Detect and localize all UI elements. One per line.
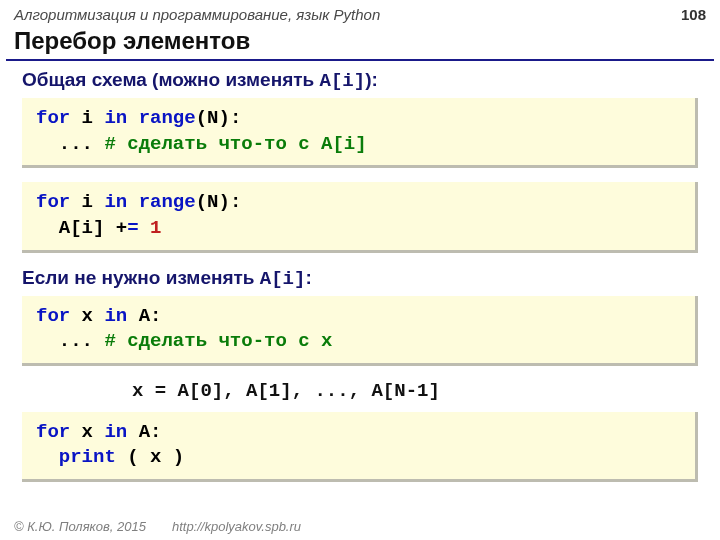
- kw-in: in: [104, 107, 127, 129]
- kw-print: print: [36, 446, 116, 468]
- heading-text: :: [305, 267, 311, 288]
- code-text: ...: [36, 330, 104, 352]
- code-text: (N):: [196, 191, 242, 213]
- kw-in: in: [104, 305, 127, 327]
- title-underline: [6, 59, 714, 61]
- comment: # сделать что-то c A[i]: [104, 133, 366, 155]
- note-line: x = A[0], A[1], ..., A[N-1]: [132, 380, 698, 402]
- kw-for: for: [36, 107, 70, 129]
- heading-text: ):: [365, 69, 378, 90]
- copyright: © К.Ю. Поляков, 2015: [14, 519, 146, 534]
- heading-code: A[i]: [320, 70, 366, 92]
- heading-text: Если не нужно изменять: [22, 267, 260, 288]
- kw-range: range: [127, 191, 195, 213]
- code-block-3: for x in A: ... # сделать что-то c x: [22, 296, 698, 366]
- code-block-1: for i in range(N): ... # сделать что-то …: [22, 98, 698, 168]
- code-text: A[i] +: [36, 217, 127, 239]
- code-text: A:: [127, 305, 161, 327]
- code-text: i: [70, 107, 104, 129]
- kw-in: in: [104, 191, 127, 213]
- code-text: (N):: [196, 107, 242, 129]
- heading-text: Общая схема (можно изменять: [22, 69, 320, 90]
- code-block-2: for i in range(N): A[i] += 1: [22, 182, 698, 252]
- footer-url: http://kpolyakov.spb.ru: [172, 519, 301, 534]
- kw-for: for: [36, 305, 70, 327]
- num-literal: 1: [139, 217, 162, 239]
- section-heading-1: Общая схема (можно изменять A[i]):: [22, 69, 698, 92]
- page-number: 108: [681, 6, 706, 23]
- header-bar: Алгоритмизация и программирование, язык …: [0, 0, 720, 25]
- code-text: A:: [127, 421, 161, 443]
- kw-for: for: [36, 191, 70, 213]
- code-block-4: for x in A: print ( x ): [22, 412, 698, 482]
- kw-range: range: [127, 107, 195, 129]
- footer: © К.Ю. Поляков, 2015 http://kpolyakov.sp…: [0, 513, 720, 540]
- op-eq: =: [127, 217, 138, 239]
- code-text: i: [70, 191, 104, 213]
- course-title: Алгоритмизация и программирование, язык …: [14, 6, 380, 23]
- code-text: ...: [36, 133, 104, 155]
- kw-in: in: [104, 421, 127, 443]
- slide-title: Перебор элементов: [0, 25, 720, 59]
- content-area: Общая схема (можно изменять A[i]): for i…: [0, 69, 720, 482]
- heading-code: A[i]: [260, 268, 306, 290]
- kw-for: for: [36, 421, 70, 443]
- code-text: x: [70, 421, 104, 443]
- section-heading-2: Если не нужно изменять A[i]:: [22, 267, 698, 290]
- comment: # сделать что-то c x: [104, 330, 332, 352]
- code-text: ( x ): [116, 446, 184, 468]
- code-text: x: [70, 305, 104, 327]
